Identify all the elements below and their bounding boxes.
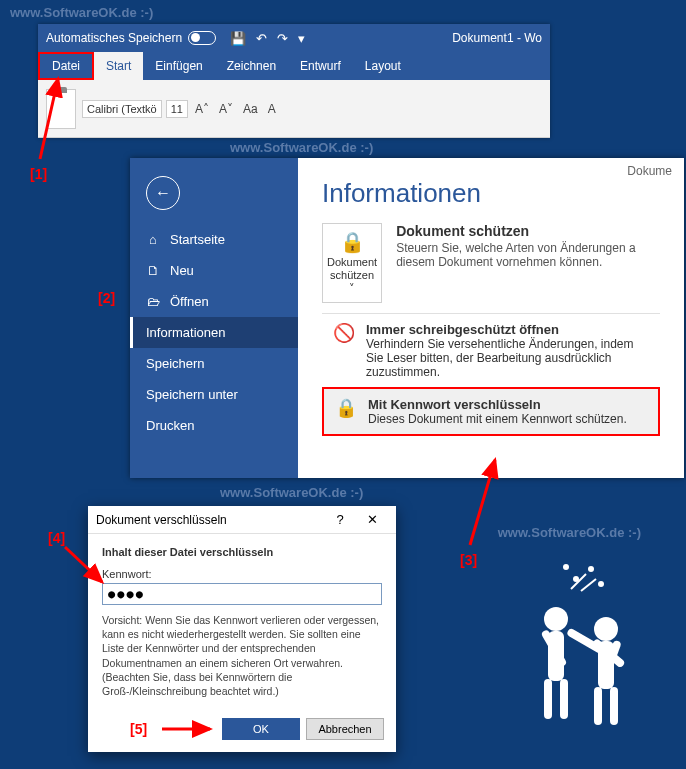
dialog-title: Dokument verschlüsseln <box>96 513 324 527</box>
svg-line-1 <box>470 460 495 545</box>
protect-desc: Steuern Sie, welche Arten von Änderungen… <box>396 241 660 269</box>
watermark: www.SoftwareOK.de :-) <box>220 485 363 500</box>
arrow-3 <box>450 455 510 554</box>
document-title: Dokument1 - Wo <box>452 31 542 45</box>
ribbon-home: Calibri (Textkö 11 A˄ A˅ Aa A <box>38 80 550 138</box>
ribbon-tabs: Datei Start Einfügen Zeichnen Entwurf La… <box>38 52 550 80</box>
svg-point-17 <box>588 566 594 572</box>
backstage-view: ← ⌂Startseite 🗋Neu 🗁Öffnen Informationen… <box>130 158 684 478</box>
backstage-main: Dokume Informationen 🔒 Dokument schützen… <box>298 158 684 478</box>
close-button[interactable]: ✕ <box>356 512 388 527</box>
shrink-font-button[interactable]: A˅ <box>216 102 236 116</box>
encrypt-desc: Dieses Dokument mit einem Kennwort schüt… <box>368 412 627 426</box>
watermark: www.SoftwareOK.de :-) <box>230 140 373 155</box>
doc-name-label: Dokume <box>627 158 672 178</box>
svg-point-10 <box>594 617 618 641</box>
svg-rect-12 <box>594 687 602 725</box>
qat-dropdown-icon[interactable]: ▾ <box>298 31 305 46</box>
page-title: Informationen <box>322 178 660 209</box>
tab-zeichnen[interactable]: Zeichnen <box>215 52 288 80</box>
font-name-select[interactable]: Calibri (Textkö <box>82 100 162 118</box>
back-button[interactable]: ← <box>146 176 180 210</box>
open-icon: 🗁 <box>146 294 160 309</box>
watermark: www.SoftwareOK.de :-) <box>10 5 153 20</box>
autosave-toggle[interactable]: Automatisches Speichern <box>46 31 216 45</box>
encrypt-title: Mit Kennwort verschlüsseln <box>368 397 541 412</box>
svg-point-4 <box>544 607 568 631</box>
svg-point-18 <box>563 564 569 570</box>
svg-rect-13 <box>610 687 618 725</box>
save-icon[interactable]: 💾 <box>230 31 246 46</box>
redo-icon[interactable]: ↷ <box>277 31 288 46</box>
lock-icon: 🔒 <box>327 230 377 254</box>
cancel-button[interactable]: Abbrechen <box>306 718 384 740</box>
svg-rect-6 <box>544 679 552 719</box>
sidebar-item-startseite[interactable]: ⌂Startseite <box>130 224 298 255</box>
tab-entwurf[interactable]: Entwurf <box>288 52 353 80</box>
password-label: Kennwort: <box>102 568 382 580</box>
svg-line-2 <box>65 547 102 582</box>
sidebar-item-drucken[interactable]: Drucken <box>130 410 298 441</box>
arrow-1 <box>30 74 90 168</box>
protect-heading: Dokument schützen <box>396 223 660 239</box>
protect-document-button[interactable]: 🔒 Dokument schützen ˅ <box>322 223 382 303</box>
ok-button[interactable]: OK <box>222 718 300 740</box>
readonly-title: Immer schreibgeschützt öffnen <box>366 322 559 337</box>
change-case-button[interactable]: Aa <box>240 102 261 116</box>
dialog-note: (Beachten Sie, dass bei Kennwörtern die … <box>102 671 292 697</box>
clear-format-button[interactable]: A <box>265 102 279 116</box>
word-window: Automatisches Speichern 💾 ↶ ↷ ▾ Dokument… <box>38 24 550 138</box>
sidebar-item-speichern[interactable]: Speichern <box>130 348 298 379</box>
dialog-warning: Vorsicht: Wenn Sie das Kennwort verliere… <box>102 614 379 669</box>
backstage-sidebar: ← ⌂Startseite 🗋Neu 🗁Öffnen Informationen… <box>130 158 298 478</box>
home-icon: ⌂ <box>146 232 160 247</box>
undo-icon[interactable]: ↶ <box>256 31 267 46</box>
encrypt-icon: 🔒 <box>334 397 358 419</box>
readonly-desc: Verhindern Sie versehentliche Änderungen… <box>366 337 634 379</box>
menu-item-readonly[interactable]: 🚫 Immer schreibgeschützt öffnen Verhinde… <box>322 314 660 387</box>
dialog-titlebar: Dokument verschlüsseln ? ✕ <box>88 506 396 534</box>
svg-point-19 <box>598 581 604 587</box>
arrow-4 <box>60 542 120 596</box>
decorative-figures <box>496 549 656 749</box>
arrow-5 <box>160 721 220 741</box>
annotation-3: [3] <box>460 552 477 568</box>
sidebar-item-neu[interactable]: 🗋Neu <box>130 255 298 286</box>
readonly-icon: 🚫 <box>332 322 356 344</box>
svg-rect-7 <box>560 679 568 719</box>
tab-layout[interactable]: Layout <box>353 52 413 80</box>
sidebar-item-informationen[interactable]: Informationen <box>130 317 298 348</box>
protect-menu: 🚫 Immer schreibgeschützt öffnen Verhinde… <box>322 313 660 436</box>
svg-line-0 <box>40 79 58 159</box>
annotation-1: [1] <box>30 166 47 182</box>
tab-start[interactable]: Start <box>94 52 143 80</box>
annotation-4: [4] <box>48 530 65 546</box>
annotation-2: [2] <box>98 290 115 306</box>
titlebar: Automatisches Speichern 💾 ↶ ↷ ▾ Dokument… <box>38 24 550 52</box>
sidebar-item-oeffnen[interactable]: 🗁Öffnen <box>130 286 298 317</box>
grow-font-button[interactable]: A˄ <box>192 102 212 116</box>
autosave-label: Automatisches Speichern <box>46 31 182 45</box>
help-button[interactable]: ? <box>324 512 356 527</box>
new-icon: 🗋 <box>146 263 160 278</box>
encrypt-dialog: Dokument verschlüsseln ? ✕ Inhalt dieser… <box>88 506 396 752</box>
dialog-heading: Inhalt dieser Datei verschlüsseln <box>102 546 382 558</box>
toggle-icon <box>188 31 216 45</box>
annotation-5: [5] <box>130 721 147 737</box>
sidebar-item-speichern-unter[interactable]: Speichern unter <box>130 379 298 410</box>
password-input[interactable] <box>102 583 382 605</box>
font-size-select[interactable]: 11 <box>166 100 188 118</box>
menu-item-encrypt[interactable]: 🔒 Mit Kennwort verschlüsseln Dieses Doku… <box>322 387 660 436</box>
tab-einfuegen[interactable]: Einfügen <box>143 52 214 80</box>
watermark: www.SoftwareOK.de :-) <box>498 525 641 540</box>
